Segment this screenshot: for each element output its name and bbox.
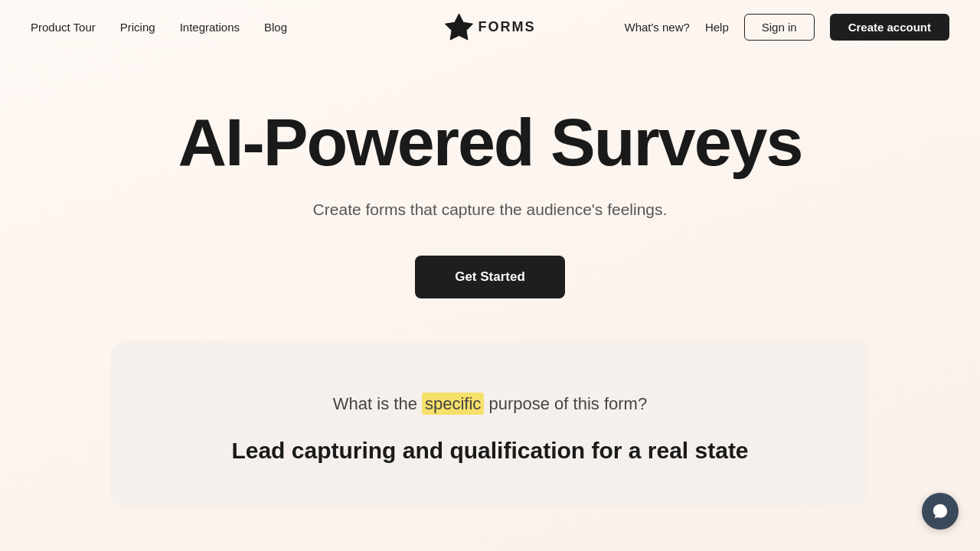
demo-answer: Lead capturing and qualification for a r…: [157, 435, 823, 465]
nav-right: What's new? Help Sign in Create account: [624, 14, 949, 41]
demo-question-highlight: specific: [422, 393, 484, 415]
demo-card: What is the specific purpose of this for…: [111, 341, 869, 509]
signin-button[interactable]: Sign in: [744, 14, 815, 41]
create-account-button[interactable]: Create account: [830, 14, 949, 41]
chat-icon: [932, 503, 949, 520]
demo-question: What is the specific purpose of this for…: [157, 394, 823, 414]
logo[interactable]: FORMS: [445, 12, 536, 41]
logo-text: FORMS: [479, 19, 536, 35]
svg-marker-0: [445, 14, 472, 40]
demo-question-after-text: purpose of this form?: [488, 394, 647, 413]
nav-link-pricing[interactable]: Pricing: [120, 21, 155, 34]
nav-left: Product Tour Pricing Integrations Blog: [31, 21, 287, 34]
hero-section: AI-Powered Surveys Create forms that cap…: [0, 54, 980, 509]
chat-support-button[interactable]: [922, 493, 959, 530]
nav-link-blog[interactable]: Blog: [264, 21, 287, 34]
logo-icon: [445, 12, 474, 41]
nav-link-product-tour[interactable]: Product Tour: [31, 21, 96, 34]
nav-link-whats-new[interactable]: What's new?: [624, 21, 689, 34]
navbar: Product Tour Pricing Integrations Blog F…: [0, 0, 980, 54]
hero-subtitle: Create forms that capture the audience's…: [0, 201, 980, 219]
hero-title: AI-Powered Surveys: [0, 107, 980, 178]
nav-link-help[interactable]: Help: [705, 21, 729, 34]
nav-link-integrations[interactable]: Integrations: [180, 21, 240, 34]
get-started-button[interactable]: Get Started: [415, 256, 565, 298]
demo-question-before: What is the: [333, 394, 417, 413]
